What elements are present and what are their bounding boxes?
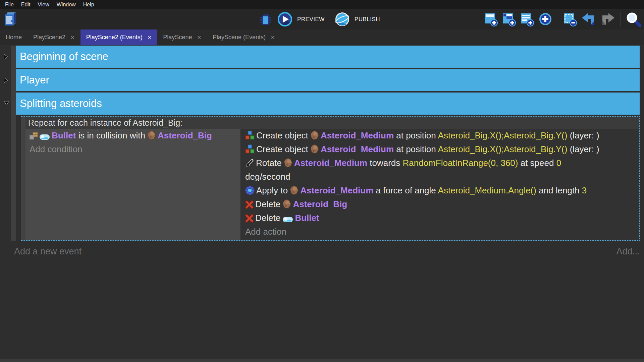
object-name: Asteroid_Medium	[294, 158, 367, 168]
event-sheet: Beginning of scenePlayerSplitting astero…	[0, 45, 644, 362]
tab-label: PlayScene2	[33, 34, 65, 41]
row-text: Delete	[255, 199, 283, 209]
toolbar-separator	[558, 12, 558, 26]
menu-file[interactable]: File	[1, 0, 17, 9]
expression-value: Asteroid_Medium.Angle()	[438, 185, 536, 195]
row-text: at speed	[518, 158, 556, 168]
publish-icon[interactable]	[334, 11, 351, 27]
add-condition-button[interactable]: Add condition	[25, 142, 240, 156]
bullet-icon	[283, 217, 293, 223]
asteroid-icon	[311, 131, 319, 140]
debug-icon[interactable]	[259, 11, 273, 27]
expression-value: Asteroid_Big.X();Asteroid_Big.Y()	[438, 130, 568, 140]
arrow-down-icon[interactable]	[4, 101, 9, 106]
tab-label: Home	[6, 34, 22, 41]
row-text: towards	[367, 158, 403, 168]
row-text: is in collision with	[76, 130, 148, 140]
toolbar-separator	[620, 12, 621, 26]
collision-icon	[30, 132, 38, 140]
search-icon[interactable]	[625, 11, 642, 28]
object-name: Asteroid_Big	[293, 199, 347, 209]
tab-label: PlayScene2 (Events)	[86, 34, 143, 41]
expression-value: 3	[582, 185, 587, 195]
menu-edit[interactable]: Edit	[17, 0, 34, 9]
row-text: at position	[394, 144, 438, 154]
action-row[interactable]: Create object Asteroid_Medium at positio…	[241, 142, 639, 156]
toolbar-center: PREVIEW PUBLISH	[259, 9, 385, 29]
row-text: Rotate	[256, 158, 284, 168]
redo-icon[interactable]	[599, 12, 616, 27]
arrow-right-icon[interactable]	[4, 77, 9, 83]
expression-value: 0	[556, 158, 561, 168]
add-action-button[interactable]: Add action	[241, 225, 639, 239]
object-name: Asteroid_Big	[158, 130, 212, 140]
tab-home[interactable]: Home	[0, 29, 28, 45]
menu-window[interactable]: Window	[53, 0, 79, 9]
publish-label[interactable]: PUBLISH	[355, 16, 380, 23]
asteroid-icon	[283, 199, 291, 209]
toolbar: PREVIEW PUBLISH	[0, 9, 644, 29]
row-text: Delete	[255, 213, 283, 223]
menu-help[interactable]: Help	[79, 0, 98, 9]
add-more-button[interactable]: Add...	[616, 246, 640, 257]
action-row[interactable]: Rotate Asteroid_Medium towards RandomFlo…	[241, 156, 639, 184]
asteroid-icon	[148, 131, 156, 140]
row-text: (layer: )	[567, 144, 599, 154]
event-group-player[interactable]: Player	[16, 69, 640, 91]
arrow-right-icon[interactable]	[4, 54, 9, 59]
object-name: Asteroid_Medium	[321, 144, 394, 154]
object-name: Bullet	[52, 130, 76, 140]
tab-label: PlayScene	[163, 34, 192, 41]
event-group-splitting-asteroids[interactable]: Splitting asteroids	[16, 93, 640, 115]
menu-view[interactable]: View	[34, 0, 53, 9]
tab-playscene-events-[interactable]: PlayScene (Events)✕	[207, 29, 281, 45]
row-text: deg/second	[245, 172, 290, 182]
delete-selection-icon[interactable]	[562, 11, 578, 27]
toolbar-right	[483, 9, 642, 29]
action-row[interactable]: Delete Asteroid_Big	[241, 197, 639, 211]
event-drag-handle[interactable]	[21, 117, 25, 240]
object-name: Asteroid_Medium	[321, 130, 394, 140]
event-group-beginning-of-scene[interactable]: Beginning of scene	[16, 46, 640, 68]
undo-icon[interactable]	[581, 12, 597, 27]
conditions-column: Bullet is in collision with Asteroid_Big…	[25, 129, 240, 240]
horizontal-scrollbar[interactable]	[0, 359, 644, 362]
add-circle-icon[interactable]	[538, 11, 553, 27]
condition-row[interactable]: Bullet is in collision with Asteroid_Big	[25, 129, 240, 142]
row-text: and length	[536, 185, 582, 195]
gdevelop-logo[interactable]	[4, 12, 16, 26]
object-name: Bullet	[295, 213, 319, 223]
close-icon[interactable]: ✕	[271, 35, 275, 40]
delete-icon	[245, 214, 254, 223]
gdevelop-window: FileEditViewWindowHelp PREVIEW PUBLISH H…	[0, 0, 644, 362]
action-row[interactable]: Delete Bullet	[241, 211, 639, 225]
add-new-event-button[interactable]: Add a new event	[14, 246, 82, 257]
create-object-icon	[245, 131, 255, 140]
close-icon[interactable]: ✕	[70, 35, 75, 40]
action-row[interactable]: Apply to Asteroid_Medium a force of angl…	[241, 184, 639, 197]
action-row[interactable]: Create object Asteroid_Medium at positio…	[241, 129, 639, 142]
tab-playscene2-events-[interactable]: PlayScene2 (Events)✕	[80, 29, 158, 45]
preview-label[interactable]: PREVIEW	[297, 16, 325, 23]
object-name: Asteroid_Medium	[300, 185, 373, 195]
row-text: Create object	[256, 144, 311, 154]
menu-bar: FileEditViewWindowHelp	[0, 0, 644, 9]
close-icon[interactable]: ✕	[197, 35, 201, 40]
preview-icon[interactable]	[277, 11, 293, 27]
actions-column: Create object Asteroid_Medium at positio…	[240, 129, 639, 240]
asteroid-icon	[284, 158, 292, 168]
delete-icon	[245, 200, 254, 209]
expression-value: RandomFloatInRange(0, 360)	[402, 158, 518, 168]
row-text: at position	[394, 130, 438, 140]
repeat-event-header[interactable]: Repeat for each instance of Asteroid_Big…	[25, 117, 639, 129]
expression-value: Asteroid_Big.X();Asteroid_Big.Y()	[438, 144, 568, 154]
add-comment-icon[interactable]	[520, 11, 535, 27]
row-text: Apply to	[256, 185, 290, 195]
repeat-event-block[interactable]: Repeat for each instance of Asteroid_Big…	[21, 116, 640, 241]
add-event-icon[interactable]	[483, 11, 499, 27]
tab-playscene2[interactable]: PlayScene2✕	[28, 29, 80, 45]
row-text: a force of angle	[373, 185, 438, 195]
add-subevent-icon[interactable]	[501, 11, 517, 27]
tab-playscene[interactable]: PlayScene✕	[157, 29, 207, 45]
close-icon[interactable]: ✕	[148, 35, 152, 40]
